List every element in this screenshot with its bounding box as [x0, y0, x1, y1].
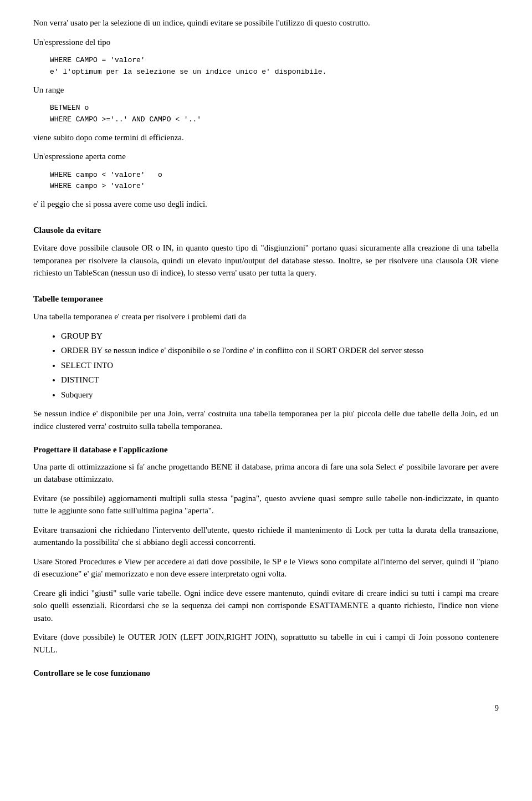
open-expression-label: Un'espressione aperta come	[33, 150, 499, 163]
progettare-heading: Progettare il database e l'applicazione	[33, 443, 499, 456]
progettare-paragraph2: Evitare (se possibile) aggiornamenti mul…	[33, 492, 499, 517]
progettare-paragraph1: Una parte di ottimizzazione si fa' anche…	[33, 461, 499, 486]
clausole-paragraph: Evitare dove possibile clausole OR o IN,…	[33, 242, 499, 279]
list-item: DISTINCT	[61, 374, 499, 386]
controllare-heading: Controllare se le cose funzionano	[33, 667, 499, 680]
clausole-heading: Clausole da evitare	[33, 224, 499, 237]
progettare-paragraph5: Creare gli indici "giusti" sulle varie t…	[33, 587, 499, 625]
list-item: Subquery	[61, 389, 499, 401]
range-label: Un range	[33, 84, 499, 96]
list-item: SELECT INTO	[61, 359, 499, 372]
tabelle-heading: Tabelle temporanee	[33, 293, 499, 305]
progettare-paragraph3: Evitare transazioni che richiedano l'int…	[33, 524, 499, 549]
list-item: GROUP BY	[61, 330, 499, 343]
code-where-campo: WHERE CAMPO = 'valore' e' l'optimum per …	[50, 55, 499, 78]
code-open-where: WHERE campo < 'valore' o WHERE campo > '…	[50, 170, 499, 193]
tabelle-footer: Se nessun indice e' disponibile per una …	[33, 407, 499, 432]
code-between: BETWEEN o WHERE CAMPO >='..' AND CAMPO <…	[50, 103, 499, 126]
tabelle-list: GROUP BY ORDER BY se nessun indice e' di…	[61, 330, 499, 401]
expression-label: Un'espressione del tipo	[33, 36, 499, 49]
range-suffix: viene subito dopo come termini di effici…	[33, 131, 499, 144]
intro-paragraph: Non verra' usato per la selezione di un …	[33, 17, 499, 29]
open-expression-suffix: e' il peggio che si possa avere come uso…	[33, 198, 499, 211]
progettare-paragraph6: Evitare (dove possibile) le OUTER JOIN (…	[33, 631, 499, 656]
tabelle-intro: Una tabella temporanea e' creata per ris…	[33, 310, 499, 323]
page-number: 9	[33, 702, 499, 715]
progettare-paragraph4: Usare Stored Procedures e View per acced…	[33, 555, 499, 580]
page-content: Non verra' usato per la selezione di un …	[33, 17, 499, 714]
list-item: ORDER BY se nessun indice e' disponibile…	[61, 344, 499, 357]
